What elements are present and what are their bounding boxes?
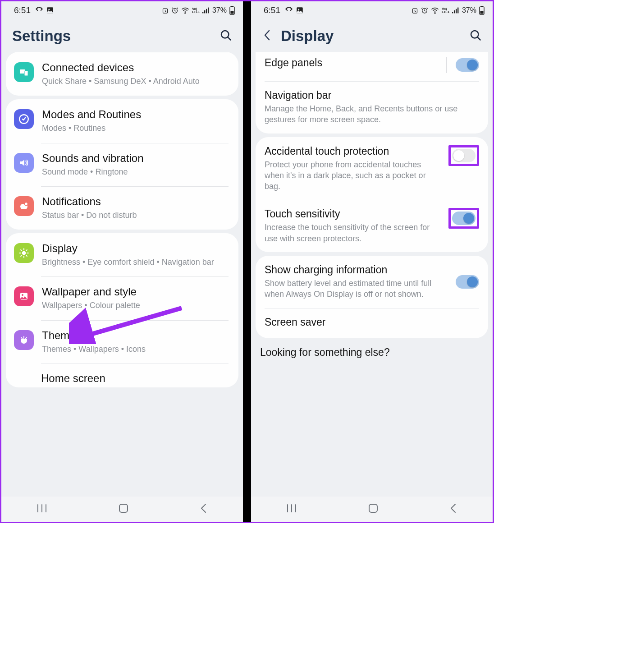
alarm-icon (171, 7, 178, 14)
item-subtitle: Wallpapers • Colour palette (42, 300, 229, 311)
svg-rect-25 (119, 504, 128, 512)
search-icon[interactable] (469, 29, 482, 43)
item-title: Navigation bar (265, 89, 479, 101)
item-title: Show charging information (265, 264, 448, 276)
svg-rect-14 (24, 71, 28, 76)
battery-text: 37% (212, 6, 227, 14)
status-bar: 6:51 Vo)LTE1 37% (1, 1, 243, 19)
display-item-navigation-bar[interactable]: Navigation bar Manage the Home, Back, an… (256, 81, 488, 133)
toggle-separator (446, 57, 447, 73)
back-icon[interactable] (262, 29, 274, 43)
search-icon[interactable] (219, 29, 232, 43)
item-subtitle: Protect your phone from accidental touch… (265, 159, 441, 192)
item-subtitle: Brightness • Eye comfort shield • Naviga… (42, 257, 229, 267)
looking-for-else-peek[interactable]: Looking for something else? (251, 342, 493, 359)
svg-rect-37 (480, 11, 484, 14)
volte-icon: Vo)LTE1 (442, 7, 449, 14)
missed-call-icon (35, 6, 43, 14)
wallpaper-icon (14, 286, 34, 306)
svg-point-1 (48, 9, 50, 10)
touch-sensitivity-toggle[interactable] (452, 212, 476, 225)
nav-bar (251, 497, 493, 522)
recents-button[interactable] (286, 503, 297, 515)
svg-rect-32 (454, 10, 455, 13)
display-item-accidental-touch[interactable]: Accidental touch protection Protect your… (256, 137, 488, 200)
display-item-touch-sensitivity[interactable]: Touch sensitivity Increase the touch sen… (256, 200, 488, 252)
battery-icon (479, 6, 485, 15)
item-subtitle: Themes • Wallpapers • Icons (42, 344, 229, 354)
display-item-charging-info[interactable]: Show charging information Show battery l… (256, 256, 488, 308)
page-title: Display (281, 28, 463, 45)
missed-call-icon (285, 6, 293, 14)
settings-group: Display Brightness • Eye comfort shield … (6, 233, 238, 387)
item-subtitle: Quick Share • Samsung DeX • Android Auto (42, 76, 229, 87)
back-button[interactable] (449, 502, 458, 516)
svg-rect-34 (457, 8, 458, 14)
display-item-edge-panels[interactable]: Edge panels (256, 52, 488, 81)
item-title: Screen saver (265, 316, 479, 328)
item-subtitle: Sound mode • Ringtone (42, 166, 229, 177)
home-button[interactable] (367, 502, 379, 516)
settings-header: Settings (1, 19, 243, 52)
image-icon (296, 6, 304, 14)
annotation-highlight (448, 145, 479, 166)
item-title: Sounds and vibration (42, 152, 229, 165)
svg-point-30 (434, 13, 435, 14)
svg-rect-33 (456, 9, 457, 14)
wifi-icon (181, 7, 189, 14)
settings-item-notifications[interactable]: Notifications Status bar • Do not distur… (6, 186, 238, 230)
svg-point-20 (22, 294, 23, 296)
phone-display: 6:51 Vo)LTE1 37% Display (251, 1, 493, 522)
settings-item-modes-routines[interactable]: Modes and Routines Modes • Routines (6, 99, 238, 143)
item-title: Notifications (42, 195, 229, 208)
back-button[interactable] (199, 502, 208, 516)
status-bar: 6:51 Vo)LTE1 37% (251, 1, 493, 19)
accidental-touch-toggle[interactable] (452, 149, 476, 162)
item-title: Connected devices (42, 61, 229, 74)
settings-item-wallpaper[interactable]: Wallpaper and style Wallpapers • Colour … (6, 276, 238, 320)
nav-bar (1, 497, 243, 522)
svg-rect-8 (208, 8, 209, 14)
settings-item-connected-devices[interactable]: Connected devices Quick Share • Samsung … (6, 52, 238, 96)
status-time: 6:51 (14, 5, 31, 15)
svg-rect-42 (369, 504, 377, 512)
display-icon (14, 243, 34, 263)
image-icon (46, 6, 54, 14)
item-subtitle: Manage the Home, Back, and Recents butto… (265, 103, 479, 125)
display-header: Display (251, 19, 493, 52)
display-group: Accidental touch protection Protect your… (256, 137, 488, 252)
item-subtitle: Increase the touch sensitivity of the sc… (265, 222, 441, 244)
settings-item-display[interactable]: Display Brightness • Eye comfort shield … (6, 233, 238, 276)
home-button[interactable] (118, 502, 129, 516)
svg-rect-11 (231, 11, 234, 14)
display-group: Edge panels Navigation bar Manage the Ho… (256, 52, 488, 133)
settings-item-home-screen-peek[interactable]: Home screen (6, 364, 238, 387)
sound-icon (14, 153, 34, 173)
svg-rect-10 (231, 6, 233, 7)
svg-rect-5 (202, 12, 203, 13)
wifi-icon (431, 7, 439, 14)
volte-icon: Vo)LTE1 (192, 7, 200, 14)
modes-icon (14, 109, 34, 129)
svg-rect-31 (452, 12, 453, 13)
annotation-highlight (448, 208, 479, 229)
edge-panels-toggle[interactable] (456, 58, 479, 72)
item-subtitle: Show battery level and estimated time un… (265, 278, 448, 300)
item-title: Accidental touch protection (265, 145, 441, 157)
themes-icon (14, 330, 34, 350)
battery-icon (229, 6, 235, 15)
item-subtitle: Modes • Routines (42, 123, 229, 133)
svg-rect-6 (204, 10, 205, 13)
settings-item-themes[interactable]: Themes Themes • Wallpapers • Icons (6, 320, 238, 364)
page-title: Settings (12, 28, 213, 45)
clock-icon (412, 7, 418, 14)
signal-icon (202, 7, 210, 14)
svg-point-4 (185, 13, 186, 14)
recents-button[interactable] (36, 503, 48, 515)
display-item-screen-saver[interactable]: Screen saver (256, 308, 488, 338)
settings-item-sounds[interactable]: Sounds and vibration Sound mode • Ringto… (6, 143, 238, 186)
notifications-icon (14, 196, 34, 216)
item-title: Edge panels (265, 57, 439, 69)
settings-group: Modes and Routines Modes • Routines Soun… (6, 99, 238, 230)
charging-info-toggle[interactable] (456, 275, 479, 289)
